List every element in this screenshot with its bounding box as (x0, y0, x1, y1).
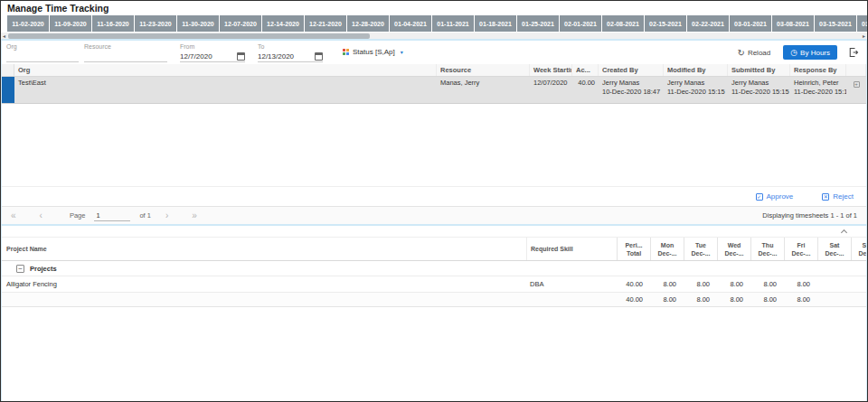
scrollbar-thumb[interactable] (8, 33, 370, 39)
timesheet-row[interactable]: Test\East Manas, Jerry 12/07/2020 40.00 … (2, 77, 866, 104)
resource-input[interactable] (84, 52, 167, 61)
projects-group-row[interactable]: − Projects (2, 261, 866, 276)
timesheet-panel: Org Resource From To (1, 39, 867, 224)
approve-check-icon: ✓ (756, 193, 763, 201)
status-filter-dropdown[interactable]: Status [S,Ap] ▾ (343, 48, 403, 56)
reload-icon: ↻ (737, 48, 744, 58)
col-header-response-by[interactable]: Response By (790, 64, 846, 76)
week-tab[interactable]: 01-11-2021 (432, 15, 474, 32)
col-header-wed[interactable]: WedDec-... (717, 238, 750, 260)
last-page-button[interactable]: » (192, 210, 197, 220)
week-tab[interactable]: 12-07-2020 (220, 15, 261, 32)
collapse-up-icon[interactable] (841, 229, 847, 236)
calendar-icon[interactable] (237, 52, 245, 61)
collapse-group-icon[interactable]: − (16, 265, 24, 273)
col-header-week-starting[interactable]: Week Starting (530, 64, 572, 76)
col-header-project-name[interactable]: Project Name (2, 238, 526, 260)
week-tab[interactable]: 02-22-2021 (687, 15, 729, 32)
week-tab[interactable]: 12-21-2020 (305, 15, 346, 32)
week-tab[interactable]: 11-02-2020 (7, 15, 49, 32)
page-number-input[interactable] (94, 210, 130, 221)
page-label: Page (70, 211, 86, 220)
org-label: Org (6, 42, 79, 51)
row-gutter (2, 64, 14, 76)
week-tab[interactable]: 02-01-2021 (560, 15, 601, 32)
cell-created-by: Jerry Manas 10-Dec-2020 18:47 (599, 77, 664, 103)
project-row[interactable]: Alligator Fencing DBA 40.00 8.00 8.00 8.… (2, 276, 866, 293)
scroll-left-icon[interactable]: ◂ (3, 33, 5, 40)
week-tab[interactable]: 01-18-2021 (475, 15, 516, 32)
from-label: From (180, 42, 245, 51)
week-tab[interactable]: 02-08-2021 (602, 15, 644, 32)
week-tab[interactable]: 03-15-2021 (815, 15, 856, 32)
week-tab[interactable]: 12-14-2020 (262, 15, 304, 32)
week-tab[interactable]: 12-28-2020 (347, 15, 389, 32)
reload-button[interactable]: ↻ Reload (737, 48, 770, 58)
col-header-sun[interactable]: SunDec-... (851, 238, 866, 260)
col-header-spacer (846, 64, 866, 76)
approve-label: Approve (767, 192, 794, 201)
week-tab[interactable]: 02-15-2021 (645, 15, 686, 32)
actions-bar: ✓ Approve ✕ Reject (2, 186, 866, 206)
cell-thu[interactable]: 8.00 (750, 280, 784, 288)
reject-label: Reject (833, 192, 854, 201)
total-tue: 8.00 (684, 295, 717, 304)
col-header-tue[interactable]: TueDec-... (684, 238, 717, 260)
total-period: 40.00 (617, 295, 650, 304)
approve-button[interactable]: ✓ Approve (756, 192, 794, 201)
cell-project-name: Alligator Fencing (2, 280, 526, 288)
tabs-scrollbar[interactable]: ◂ ▸ (1, 32, 867, 39)
col-header-submitted-by[interactable]: Submitted By (728, 64, 790, 76)
week-tab[interactable]: 11-16-2020 (92, 15, 134, 32)
detail-empty-area (2, 307, 866, 401)
week-tab[interactable]: 03-22-2021 (857, 15, 867, 32)
prev-page-button[interactable]: ‹ (40, 210, 42, 220)
cell-period-total: 40.00 (617, 280, 650, 288)
col-header-created-by[interactable]: Created By (599, 64, 664, 76)
cell-wed[interactable]: 8.00 (717, 280, 750, 288)
col-header-org[interactable]: Org (14, 64, 437, 76)
clock-icon: ◷ (790, 48, 797, 57)
col-header-actual[interactable]: Ac... (572, 64, 599, 76)
export-icon[interactable] (848, 47, 859, 58)
col-header-resource[interactable]: Resource (437, 64, 530, 76)
week-tab[interactable]: 11-23-2020 (135, 15, 176, 32)
resource-label: Resource (84, 42, 167, 51)
reject-cross-icon: ✕ (822, 193, 829, 201)
reject-button[interactable]: ✕ Reject (822, 192, 854, 201)
detail-grid-header: Project Name Required Skill Peri...Total… (2, 237, 866, 261)
week-tab[interactable]: 11-30-2020 (177, 15, 219, 32)
col-header-modified-by[interactable]: Modified By (664, 64, 728, 76)
titlebar: Manage Time Tracking (1, 1, 867, 15)
org-filter: Org (6, 42, 79, 62)
cell-tue[interactable]: 8.00 (684, 280, 717, 288)
week-tab[interactable]: 03-08-2021 (772, 15, 814, 32)
week-tab[interactable]: 01-04-2021 (390, 15, 431, 32)
week-tab[interactable]: 11-09-2020 (50, 15, 91, 32)
totals-row: 40.00 8.00 8.00 8.00 8.00 8.00 (2, 293, 866, 307)
from-date-input[interactable] (180, 52, 237, 61)
cell-resource: Manas, Jerry (437, 77, 530, 103)
scroll-right-icon[interactable]: ▸ (863, 33, 865, 40)
cell-modified-by: Jerry Manas 11-Dec-2020 15:15 (664, 77, 728, 103)
col-header-fri[interactable]: FriDec-... (784, 238, 817, 260)
next-page-button[interactable]: › (165, 210, 168, 220)
col-header-sat[interactable]: SatDec-... (817, 238, 851, 260)
org-input[interactable] (6, 52, 79, 61)
by-hours-button[interactable]: ◷ By Hours (783, 45, 837, 60)
to-filter: To (258, 42, 323, 62)
col-header-thu[interactable]: ThuDec-... (750, 238, 784, 260)
col-header-required-skill[interactable]: Required Skill (526, 238, 617, 260)
cell-mon[interactable]: 8.00 (650, 280, 684, 288)
col-header-period-total[interactable]: Peri...Total (617, 238, 650, 260)
reload-label: Reload (748, 49, 770, 57)
to-date-input[interactable] (258, 52, 315, 61)
first-page-button[interactable]: « (11, 210, 16, 220)
calendar-icon[interactable] (315, 52, 323, 61)
week-tab[interactable]: 01-25-2021 (517, 15, 559, 32)
cell-fri[interactable]: 8.00 (784, 280, 817, 288)
comment-icon[interactable]: + (854, 81, 860, 88)
timesheet-grid-header: Org Resource Week Starting Ac... Created… (2, 64, 866, 77)
col-header-mon[interactable]: MonDec-... (650, 238, 684, 260)
week-tab[interactable]: 03-01-2021 (730, 15, 771, 32)
